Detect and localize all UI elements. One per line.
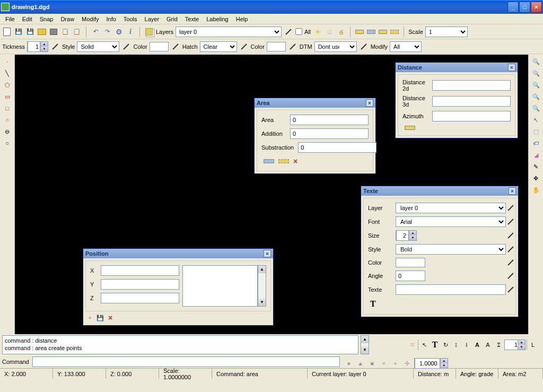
area-input[interactable] [290,115,369,125]
box-icon[interactable]: □ [325,27,334,37]
panel-distance-title[interactable]: Distance × [396,63,518,72]
sun-icon[interactable]: ☀ [313,27,322,37]
distance-2d-input[interactable] [432,80,511,91]
grid-icon[interactable]: ⁙ [407,340,417,350]
ruler3-icon[interactable] [378,27,388,37]
shape-circle-icon[interactable]: ● [344,359,354,368]
align1-icon[interactable]: ⫱ [451,340,461,350]
x-input[interactable] [101,265,179,276]
substraction-input[interactable] [298,142,376,153]
panel-area-close-icon[interactable]: × [366,99,373,107]
polygon-icon[interactable]: ⬠ [3,80,12,90]
history-scrollbar[interactable]: ▲▼ [361,335,369,354]
panel-position-close-icon[interactable]: × [264,250,271,257]
y-input[interactable] [101,279,179,290]
azimuth-input[interactable] [432,111,511,121]
shape-cross-icon[interactable]: ✢ [402,359,412,368]
texte-angle-pencil-icon[interactable] [507,273,513,278]
new-icon[interactable] [2,27,12,37]
ruler4-icon[interactable] [390,27,399,37]
zoom-fit-icon[interactable]: 🔍 [531,80,541,90]
eraser-icon[interactable]: ◢ [531,150,541,160]
coord-input[interactable] [415,358,440,369]
square-icon[interactable]: □ [3,103,12,113]
texte-text-input[interactable] [396,284,506,295]
menu-texte[interactable]: Texte [182,15,202,23]
dtm-select[interactable]: Dont use Z [314,41,357,52]
info-icon[interactable]: i [126,27,135,37]
panel-area-title[interactable]: Area × [255,98,375,108]
color2-swatch[interactable] [267,42,286,51]
pencil-color-icon[interactable] [171,42,180,51]
cursor-icon[interactable]: Ɪ [494,340,503,350]
layer-select[interactable]: layer 0 [176,27,282,37]
close-button[interactable]: × [531,2,542,13]
rect-icon[interactable]: ▭ [3,92,12,101]
area-delete-icon[interactable]: × [293,157,297,165]
texte-layer-pencil-icon[interactable] [507,205,513,211]
menu-tools[interactable]: Tools [120,15,141,23]
layers-icon[interactable] [144,27,154,37]
distance-ruler-icon[interactable] [405,126,415,130]
area-ruler2-icon[interactable] [278,159,289,163]
menu-edit[interactable]: Edit [19,15,36,23]
thickness-spinner[interactable]: ▲▼ [27,41,48,52]
open-icon[interactable] [37,27,47,37]
paste-icon[interactable]: 📋 [72,27,82,37]
line-tool-icon[interactable]: L [528,340,538,350]
printer-icon[interactable]: 🖨 [336,27,346,37]
ruler1-icon[interactable] [355,27,364,37]
redo-icon[interactable]: ↷ [102,27,112,37]
menu-info[interactable]: Info [103,15,119,23]
menu-layer[interactable]: Layer [142,15,163,23]
shape-sq-icon[interactable]: ■ [367,359,377,368]
ruler2-icon[interactable] [366,27,376,37]
panel-position-title[interactable]: Position × [83,249,273,258]
zoom-out-icon[interactable]: 🔍 [531,68,541,78]
settings-icon[interactable]: ⚙ [114,27,124,37]
all-checkbox[interactable] [295,28,302,35]
arrow-icon[interactable]: ↖ [531,115,541,125]
point-icon[interactable]: · [3,57,12,66]
pencil-thickness-icon[interactable] [50,42,60,51]
hand-icon[interactable]: ✋ [531,185,541,195]
texte-color-swatch[interactable] [396,258,425,267]
modify-select[interactable]: All [390,41,422,52]
minimize-button[interactable]: _ [507,2,519,13]
num-spinner[interactable]: ▲▼ [504,339,526,350]
area-ruler1-icon[interactable] [264,159,274,163]
texte-font-select[interactable]: Arial [396,216,506,227]
texte-layer-select[interactable]: layer 0 [396,203,506,213]
texte-size-input[interactable] [396,230,409,241]
maximize-button[interactable]: □ [519,2,530,13]
texte-font-pencil-icon[interactable] [507,219,513,224]
texte-style-select[interactable]: Bold [396,244,506,255]
num-input[interactable] [505,340,518,350]
menu-snap[interactable]: Snap [37,15,57,23]
arrow2-icon[interactable]: ↖ [419,340,429,350]
menu-file[interactable]: File [2,15,18,23]
panel-texte-title[interactable]: Texte × [361,186,518,196]
copy-icon[interactable]: 📋 [60,27,70,37]
addition-input[interactable] [290,128,369,139]
menu-modify[interactable]: Modify [78,15,102,23]
color-swatch[interactable] [150,42,169,51]
rotate-icon[interactable]: ↻ [441,340,450,350]
command-input[interactable] [32,356,340,367]
zoom-prev-icon[interactable]: 🔍 [531,103,541,113]
panel-distance-close-icon[interactable]: × [508,64,515,71]
texte-text-pencil-icon[interactable] [507,286,513,292]
undo-icon[interactable]: ↶ [91,27,100,37]
position-point-icon[interactable]: ⚬ [87,315,92,321]
tag-icon[interactable]: 🏷 [531,138,541,148]
font-a2-icon[interactable]: A [483,340,493,350]
z-input[interactable] [101,293,179,303]
print-icon[interactable] [49,27,58,37]
font-a-icon[interactable]: A [472,340,482,350]
hatch-select[interactable]: Clear [200,41,237,52]
shape-x-icon[interactable]: × [379,359,389,368]
pencil-hatch-icon[interactable] [239,42,249,51]
panel-texte-close-icon[interactable]: × [509,187,516,195]
align2-icon[interactable]: ⫲ [462,340,471,350]
shape-plus-icon[interactable]: + [391,359,400,368]
